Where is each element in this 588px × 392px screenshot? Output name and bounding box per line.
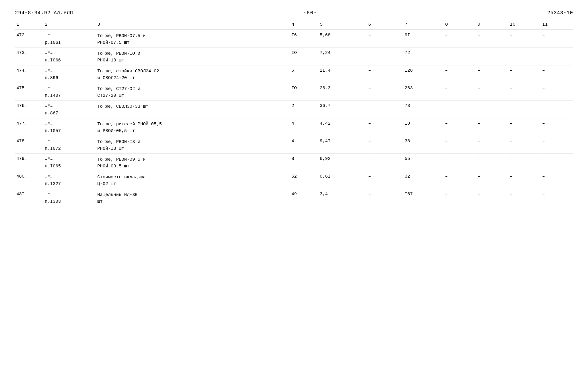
row-total: I28 — [403, 66, 444, 83]
row-col6: – — [367, 136, 403, 154]
row-col11: – — [541, 136, 573, 154]
col-header-1: I — [15, 19, 43, 30]
table-header-row: I 2 3 4 5 6 7 8 9 IO II — [15, 19, 573, 30]
row-number: 480. — [15, 172, 43, 189]
row-col6: – — [367, 154, 403, 172]
col-header-5: 5 — [318, 19, 367, 30]
row-desc: То же, СТ27-02 и СТ27-20 шт — [96, 83, 290, 101]
row-col11: – — [541, 101, 573, 118]
col-header-4: 4 — [290, 19, 318, 30]
row-col8: – — [444, 83, 476, 101]
row-col9: – — [476, 83, 508, 101]
row-ref: –"– п.896 — [43, 66, 96, 83]
table-row: 476.–"– п.867То же, СВОЛ30-33 шт236,7–73… — [15, 101, 573, 118]
col-header-10: IO — [508, 19, 541, 30]
row-col6: – — [367, 30, 403, 48]
row-number: 472. — [15, 30, 43, 48]
row-col10: – — [508, 101, 541, 118]
row-ref: –"– п.I065 — [43, 154, 96, 172]
row-col11: – — [541, 48, 573, 66]
row-desc: Стоимость вкладыша Ц-02 шт — [96, 172, 290, 189]
row-total: I67 — [403, 189, 444, 207]
row-qty: I6 — [290, 30, 318, 48]
row-ref: –"– п.I066 — [43, 48, 96, 66]
row-number: 475. — [15, 83, 43, 101]
row-col6: – — [367, 101, 403, 118]
row-ref: –"– р.I06I — [43, 30, 96, 48]
row-col11: – — [541, 66, 573, 83]
row-ref: –"– п.I327 — [43, 172, 96, 189]
row-number: 473. — [15, 48, 43, 66]
row-number: 48I. — [15, 189, 43, 207]
row-total: 72 — [403, 48, 444, 66]
row-total: 73 — [403, 101, 444, 118]
row-total: I8 — [403, 118, 444, 136]
row-total: 32 — [403, 172, 444, 189]
row-col8: – — [444, 48, 476, 66]
row-col8: – — [444, 66, 476, 83]
row-ref: –"– п.I407 — [43, 83, 96, 101]
row-qty: 2 — [290, 101, 318, 118]
row-total: 55 — [403, 154, 444, 172]
row-col9: – — [476, 101, 508, 118]
row-col8: – — [444, 30, 476, 48]
row-desc: То же, РВОИ-09,5 и РНОЙ-09,5 шт — [96, 154, 290, 172]
row-ref: –"– п.867 — [43, 101, 96, 118]
row-desc: То же, СВОЛ30-33 шт — [96, 101, 290, 118]
row-ref: –"– п.I303 — [43, 189, 96, 207]
row-col10: – — [508, 189, 541, 207]
row-col9: – — [476, 118, 508, 136]
row-desc: То же, РВОИ-IO и РНОЙ-10 шт — [96, 48, 290, 66]
row-total: 263 — [403, 83, 444, 101]
row-col6: – — [367, 118, 403, 136]
row-col8: – — [444, 154, 476, 172]
row-desc: То же, ригелей РНОЙ-05,5 и РВОИ-05,5 шт — [96, 118, 290, 136]
row-number: 479. — [15, 154, 43, 172]
row-col8: – — [444, 101, 476, 118]
row-col6: – — [367, 66, 403, 83]
row-col9: – — [476, 30, 508, 48]
table-row: 473.–"– п.I066То же, РВОИ-IO и РНОЙ-10 ш… — [15, 48, 573, 66]
row-price: 4,42 — [318, 118, 367, 136]
row-total: 38 — [403, 136, 444, 154]
row-ref: –"– п.I072 — [43, 136, 96, 154]
table-row: 480.–"– п.I327Стоимость вкладыша Ц-02 шт… — [15, 172, 573, 189]
table-row: 477.–"– п.I057То же, ригелей РНОЙ-05,5 и… — [15, 118, 573, 136]
header-left: 294-8-34.92 Ал.УЛП — [15, 10, 73, 16]
table-row: 478.–"– п.I072То же, РВОИ-I3 и РНОЙ-I3 ш… — [15, 136, 573, 154]
row-qty: IO — [290, 48, 318, 66]
row-col8: – — [444, 118, 476, 136]
row-desc: Нащельник НЛ-30 шт — [96, 189, 290, 207]
row-col9: – — [476, 172, 508, 189]
col-header-11: II — [541, 19, 573, 30]
row-col10: – — [508, 48, 541, 66]
row-price: 0,6I — [318, 172, 367, 189]
row-col6: – — [367, 189, 403, 207]
row-price: 9,4I — [318, 136, 367, 154]
row-qty: IO — [290, 83, 318, 101]
row-qty: 8 — [290, 154, 318, 172]
main-table: I 2 3 4 5 6 7 8 9 IO II 472.–"– р.I06IТо… — [15, 19, 573, 206]
row-col6: – — [367, 83, 403, 101]
header-right: 25343-10 — [547, 10, 573, 16]
main-table-container: I 2 3 4 5 6 7 8 9 IO II 472.–"– р.I06IТо… — [15, 19, 573, 206]
col-header-6: 6 — [367, 19, 403, 30]
row-ref: –"– п.I057 — [43, 118, 96, 136]
row-price: 3,4 — [318, 189, 367, 207]
row-col10: – — [508, 83, 541, 101]
row-number: 474. — [15, 66, 43, 83]
row-desc: То же, РВОИ-07.5 и РНОЙ-07,5 шт — [96, 30, 290, 48]
col-header-8: 8 — [444, 19, 476, 30]
row-col8: – — [444, 189, 476, 207]
row-qty: 49 — [290, 189, 318, 207]
row-col11: – — [541, 83, 573, 101]
row-col11: – — [541, 154, 573, 172]
row-price: 5,68 — [318, 30, 367, 48]
row-price: 6,92 — [318, 154, 367, 172]
row-price: 36,7 — [318, 101, 367, 118]
col-header-9: 9 — [476, 19, 508, 30]
row-col10: – — [508, 172, 541, 189]
table-row: 479.–"– п.I065То же, РВОИ-09,5 и РНОЙ-09… — [15, 154, 573, 172]
row-qty: 52 — [290, 172, 318, 189]
row-col11: – — [541, 30, 573, 48]
